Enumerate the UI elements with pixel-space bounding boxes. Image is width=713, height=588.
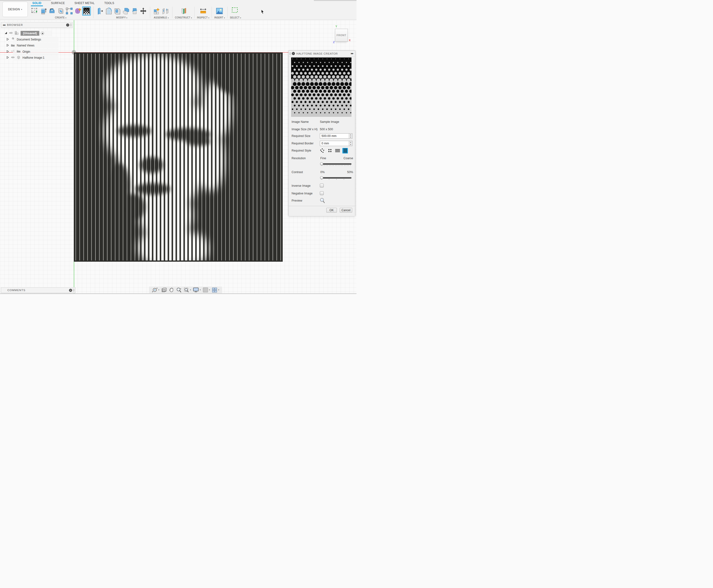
- contrast-slider[interactable]: [321, 176, 351, 180]
- dialog-drag-grip[interactable]: [290, 52, 291, 55]
- dialog-expand-icon[interactable]: ▶▶: [351, 52, 353, 55]
- dialog-minimize-icon[interactable]: −: [292, 52, 295, 55]
- combine-icon[interactable]: [122, 6, 130, 16]
- required-size-spinner[interactable]: ▲▼: [349, 133, 352, 139]
- press-pull-icon[interactable]: [96, 6, 104, 16]
- browser-item-halftone-image-1[interactable]: Halftone Image:1: [6, 55, 44, 61]
- chevron-down-icon[interactable]: ▾: [200, 289, 201, 291]
- insert-image-icon[interactable]: [215, 6, 224, 16]
- negative-image-checkbox[interactable]: [320, 191, 324, 195]
- fillet-icon[interactable]: [104, 6, 113, 16]
- style-option-scatter-dots[interactable]: [319, 148, 325, 153]
- ribbon-group-assemble: ASSEMBLE ▾: [152, 6, 170, 19]
- expand-arrow-icon[interactable]: [6, 38, 9, 41]
- image-size-value: 500 x 500: [320, 128, 333, 131]
- browser-collapse-icon[interactable]: ◀◀: [3, 24, 5, 26]
- browser-item-label[interactable]: Document Settings: [17, 38, 41, 41]
- tab-surface[interactable]: SURFACE: [50, 0, 65, 6]
- required-border-input[interactable]: [320, 141, 352, 146]
- required-size-input[interactable]: [320, 133, 352, 139]
- halftone-image-icon[interactable]: [82, 6, 91, 16]
- expand-arrow-icon[interactable]: [6, 50, 9, 53]
- offset-face-icon[interactable]: [130, 6, 139, 16]
- chevron-down-icon[interactable]: ▾: [190, 289, 191, 291]
- visibility-eye-icon[interactable]: [11, 56, 15, 59]
- viewcube[interactable]: FRONT: [335, 29, 348, 42]
- browser-header[interactable]: ◀◀ BROWSER −: [1, 22, 73, 28]
- browser-item-label[interactable]: Halftone Image:1: [22, 56, 44, 59]
- visibility-hidden-eye-icon[interactable]: [11, 49, 15, 53]
- pattern-icon[interactable]: [65, 6, 74, 16]
- create-form-icon[interactable]: [74, 6, 82, 16]
- select-icon[interactable]: [231, 6, 240, 16]
- revolve-icon[interactable]: [48, 6, 56, 16]
- activate-component-radio[interactable]: [41, 31, 44, 35]
- viewcube-front-face[interactable]: FRONT: [337, 34, 346, 37]
- chevron-down-icon[interactable]: ▾: [158, 289, 159, 291]
- group-dropdown-modify[interactable]: MODIFY ▾: [116, 16, 127, 19]
- comments-bar[interactable]: COMMENTS +: [1, 287, 76, 293]
- browser-minimize-icon[interactable]: −: [66, 23, 69, 26]
- orbit-icon[interactable]: ▾: [152, 287, 159, 293]
- inverse-image-checkbox[interactable]: [320, 184, 324, 187]
- group-dropdown-insert[interactable]: INSERT ▾: [214, 16, 225, 19]
- tab-sheet-metal[interactable]: SHEET METAL: [74, 0, 95, 6]
- dialog-header[interactable]: − HALFTONE IMAGE CREATOR ▶▶: [289, 51, 355, 57]
- pan-icon[interactable]: [169, 287, 174, 293]
- grid-settings-icon[interactable]: ▾: [203, 287, 210, 293]
- viewports-icon[interactable]: ▾: [212, 287, 219, 293]
- folder-icon: [11, 43, 15, 47]
- chevron-down-icon[interactable]: ▾: [209, 289, 210, 291]
- browser-item-label[interactable]: Named Views: [17, 44, 35, 47]
- design-workspace-menu[interactable]: DESIGN ▾: [2, 2, 28, 17]
- browser-item-label[interactable]: (Unsaved): [21, 31, 39, 36]
- contrast-slider-track[interactable]: [321, 177, 351, 178]
- expand-arrow-icon[interactable]: [6, 56, 9, 59]
- construct-plane-icon[interactable]: [179, 6, 188, 16]
- resolution-slider-track[interactable]: [321, 163, 351, 165]
- create-sketch-icon[interactable]: [30, 6, 39, 16]
- comments-drag-grip[interactable]: [73, 289, 74, 292]
- measure-icon[interactable]: [199, 6, 207, 16]
- resolution-slider-knob[interactable]: [320, 162, 323, 165]
- ok-button[interactable]: OK: [326, 208, 337, 213]
- halftone-model-body[interactable]: [74, 52, 283, 262]
- browser-drag-grip[interactable]: [70, 23, 72, 26]
- group-dropdown-create[interactable]: CREATE ▾: [55, 16, 66, 19]
- group-dropdown-construct[interactable]: CONSTRUCT ▾: [175, 16, 192, 19]
- resolution-slider[interactable]: [321, 162, 351, 166]
- tab-tools[interactable]: TOOLS: [104, 0, 115, 6]
- group-dropdown-select[interactable]: SELECT ▾: [230, 16, 241, 19]
- group-dropdown-assemble[interactable]: ASSEMBLE ▾: [154, 16, 169, 19]
- cancel-button[interactable]: Cancel: [340, 208, 352, 213]
- collapse-arrow-icon[interactable]: [4, 31, 7, 35]
- hole-icon[interactable]: [56, 6, 65, 16]
- style-option-horizontal-lines[interactable]: [335, 148, 340, 153]
- group-separator: [194, 7, 195, 18]
- chevron-down-icon[interactable]: ▾: [218, 289, 219, 291]
- expand-arrow-icon[interactable]: [6, 44, 9, 47]
- style-option-vertical-lines[interactable]: [342, 148, 348, 153]
- tab-solid[interactable]: SOLID: [32, 0, 42, 6]
- browser-item-document-settings[interactable]: Document Settings: [6, 37, 41, 42]
- contrast-slider-knob[interactable]: [320, 176, 323, 179]
- move-icon[interactable]: [139, 6, 148, 16]
- required-border-spinner[interactable]: ▲▼: [349, 141, 352, 146]
- preview-magnifier-icon[interactable]: [320, 198, 325, 204]
- look-at-icon[interactable]: [161, 287, 167, 293]
- extrude-icon[interactable]: [39, 6, 48, 16]
- browser-item-label[interactable]: Origin: [22, 50, 30, 54]
- zoom-icon[interactable]: ±: [176, 287, 182, 293]
- style-option-grid-dots[interactable]: [327, 148, 332, 153]
- new-component-icon[interactable]: [152, 6, 161, 16]
- shell-icon[interactable]: [113, 6, 122, 16]
- browser-item-unsaved[interactable]: (Unsaved): [4, 30, 44, 36]
- display-settings-icon[interactable]: ▾: [193, 287, 201, 293]
- browser-item-named-views[interactable]: Named Views: [6, 43, 35, 48]
- zoom-window-icon[interactable]: ▾: [184, 287, 191, 293]
- visibility-eye-icon[interactable]: [9, 31, 13, 35]
- joint-icon[interactable]: [161, 6, 170, 16]
- add-comment-icon[interactable]: +: [69, 289, 72, 292]
- browser-item-origin[interactable]: Origin: [6, 49, 30, 55]
- group-dropdown-inspect[interactable]: INSPECT ▾: [197, 16, 209, 19]
